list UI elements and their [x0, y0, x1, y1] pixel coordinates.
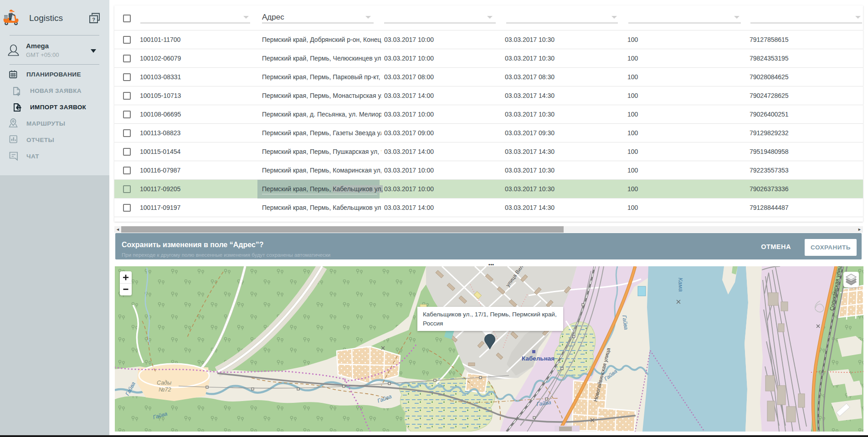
- svg-text:Кабельная: Кабельная: [522, 355, 555, 362]
- svg-text:Кабельщиков ул., 17/1, Пермь,: Кабельщиков ул., 17/1, Пермь, Пермский к…: [423, 311, 557, 318]
- svg-text:№72: №72: [159, 386, 171, 393]
- svg-text:Кама: Кама: [677, 278, 684, 292]
- svg-text:Россия: Россия: [423, 320, 443, 327]
- svg-text:?: ?: [92, 17, 95, 22]
- svg-text:Сады: Сады: [157, 380, 171, 386]
